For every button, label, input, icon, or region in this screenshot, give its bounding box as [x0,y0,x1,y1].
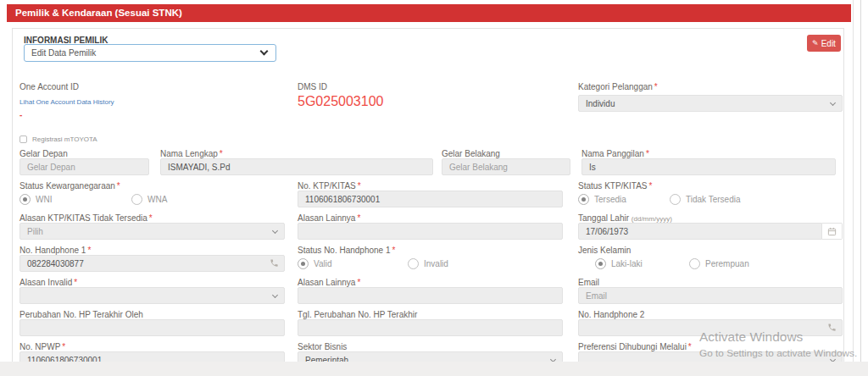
registrasi-mtoyota-checkbox[interactable] [19,135,27,143]
laki-laki-radio[interactable] [595,258,606,269]
field-status-ktp: Status KTP/KITAS* Tersedia Tidak Tersedi… [578,182,843,207]
dms-id-label: DMS ID [298,82,578,91]
perubahan-hp-oleh-input[interactable] [19,319,285,336]
edit-button[interactable]: ✎ Edit [807,35,841,52]
perempuan-radio[interactable] [689,258,700,269]
footer-bar [0,362,868,376]
page-title: Pemilik & Kendaraan (Sesuai STNK) [7,4,851,22]
informasi-pemilik-panel: ✎ Edit INFORMASI PEMILIK Edit Data Pemil… [12,28,844,367]
email-input[interactable] [578,287,843,304]
phone-icon [270,258,279,268]
field-nama-lengkap: Nama Lengkap* [160,150,442,175]
kategori-pelanggan-select[interactable]: Individu [578,95,843,112]
wna-radio[interactable] [131,194,142,205]
gelar-belakang-input[interactable] [442,158,570,175]
field-status-kewarganegaraan: Status Kewarganegaraan* WNI WNA [19,182,298,207]
mode-select[interactable]: Edit Data Pemilik [24,44,276,62]
alasan-lainnya-2-input[interactable] [298,287,563,304]
activate-windows-watermark: Activate Windows Go to Settings to activ… [699,329,857,359]
chevron-down-icon [260,47,269,56]
field-gelar-depan: Gelar Depan [19,150,160,175]
pencil-icon: ✎ [812,39,819,47]
kategori-pelanggan-value: Individu [586,99,615,108]
one-account-id-value: - [19,111,298,119]
field-alasan-lainnya-1: Alasan Lainnya* [298,214,578,240]
alasan-ktp-select[interactable]: Pilih [19,223,285,240]
tersedia-radio[interactable] [578,194,589,205]
scrollbar-edge-line [860,0,861,362]
mode-select-value: Edit Data Pemilik [31,48,96,58]
alasan-lainnya-1-input[interactable] [298,223,563,240]
field-tanggal-lahir: Tanggal Lahir (dd/mm/yyyy) [578,214,843,240]
field-alasan-ktp: Alasan KTP/KITAS Tidak Tersedia* Pilih [19,214,298,240]
chevron-down-icon [830,99,836,105]
field-status-handphone-1: Status No. Handphone 1* Valid Invalid [298,246,578,272]
invalid-radio[interactable] [408,258,419,269]
edit-button-label: Edit [821,39,836,48]
tidak-tersedia-radio[interactable] [670,194,681,205]
nama-lengkap-input[interactable] [160,158,433,175]
no-handphone-1-input[interactable] [19,255,285,272]
field-perubahan-hp-oleh: Perubahan No. HP Terakhir Oleh [19,311,298,336]
field-no-ktp: No. KTP/KITAS* [298,182,578,207]
content-edge-line [853,0,854,362]
field-no-handphone-1: No. Handphone 1* [19,246,298,272]
registrasi-mtoyota-label: Registrasi mTOYOTA [32,135,97,143]
nama-panggilan-input[interactable] [581,158,836,175]
no-ktp-input[interactable] [298,191,563,207]
valid-radio[interactable] [298,258,309,269]
field-alasan-lainnya-2: Alasan Lainnya* [298,279,578,304]
one-account-history-link[interactable]: Lihat One Account Data History [19,98,298,106]
calendar-icon [827,227,837,236]
field-nama-panggilan: Nama Panggilan* [581,150,836,175]
field-gelar-belakang: Gelar Belakang [442,150,581,175]
kategori-pelanggan-label: Kategori Pelanggan* [578,82,843,91]
section-label: INFORMASI PEMILIK [24,36,843,44]
chevron-down-icon [272,227,278,233]
field-email: Email [578,279,843,304]
tgl-perubahan-hp-input[interactable] [298,319,563,336]
tanggal-lahir-input[interactable] [578,223,822,240]
field-alasan-invalid: Alasan Invalid* [19,279,298,304]
field-jenis-kelamin: Jenis Kelamin Laki-laki Perempuan [578,246,843,272]
dms-id-value: 5G025003100 [298,95,578,108]
alasan-invalid-select[interactable] [19,287,285,304]
calendar-button[interactable] [822,223,843,240]
one-account-id-label: One Account ID [19,82,298,91]
chevron-down-icon [272,291,278,297]
gelar-depan-input[interactable] [19,158,149,175]
field-tgl-perubahan-hp: Tgl. Perubahan No. HP Terakhir [298,311,578,336]
wni-radio[interactable] [19,194,31,205]
